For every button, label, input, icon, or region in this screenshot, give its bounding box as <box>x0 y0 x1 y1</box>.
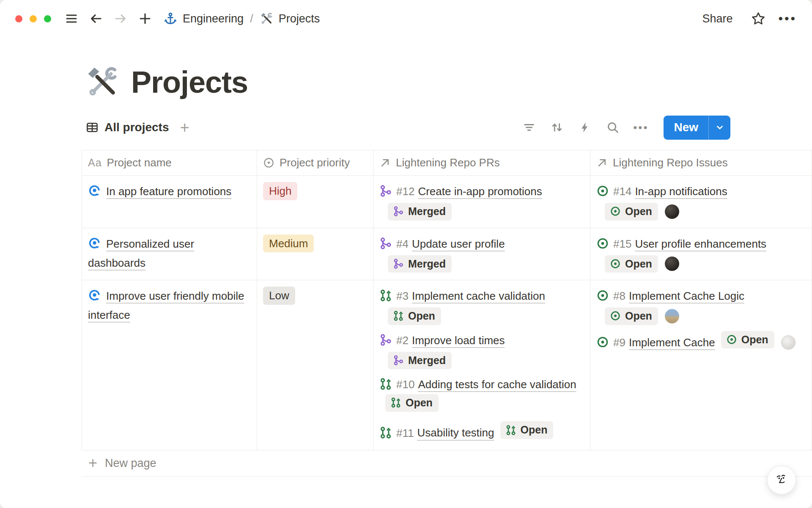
git-merge-icon <box>379 334 392 346</box>
assignee-avatar[interactable] <box>665 309 679 323</box>
issue-entry[interactable]: #14In-app notifications Open <box>596 182 805 221</box>
priority-cell[interactable]: Low <box>257 280 373 450</box>
issue-entry[interactable]: #15User profile enhancements Open <box>596 235 805 273</box>
issue-status-chip: Open <box>605 307 658 325</box>
add-view-button[interactable]: + <box>180 121 189 134</box>
column-header-repo-issues[interactable]: Lightening Repo Issues <box>590 150 812 175</box>
git-pull-request-icon <box>505 425 516 436</box>
view-tab-label: All projects <box>104 121 169 134</box>
pr-title[interactable]: Implement cache validation <box>412 290 545 302</box>
prs-cell[interactable]: #4Update user profile Merged <box>373 228 590 280</box>
pr-title[interactable]: Update user profile <box>412 237 505 250</box>
pr-status-chip: Open <box>385 394 439 412</box>
column-header-project-priority[interactable]: Project priority <box>257 150 373 175</box>
pr-entry[interactable]: #3Implement cache validation Open <box>379 287 583 325</box>
git-merge-icon <box>393 258 404 269</box>
project-title[interactable]: Improve user friendly mobile interface <box>88 290 244 321</box>
issue-open-icon <box>596 185 609 197</box>
pr-title[interactable]: Create in-app promotions <box>418 185 542 198</box>
sidebar-menu-button[interactable] <box>62 9 81 28</box>
prs-cell[interactable]: #12Create in-app promotions Merged <box>373 176 590 228</box>
new-page-row[interactable]: + New page <box>82 450 812 477</box>
breadcrumb-workspace[interactable]: Engineering <box>183 12 244 25</box>
breadcrumb-page[interactable]: Projects <box>279 12 320 25</box>
column-header-project-name[interactable]: Aa Project name <box>82 150 257 175</box>
automations-button[interactable] <box>576 118 594 137</box>
assignee-avatar[interactable] <box>665 257 679 271</box>
pr-title[interactable]: Usability testing <box>417 427 494 439</box>
hammer-wrench-icon <box>260 12 273 25</box>
forward-button[interactable] <box>111 9 130 28</box>
zoom-window-button[interactable] <box>44 15 51 22</box>
pr-number: #12 <box>396 185 414 198</box>
column-header-repo-prs[interactable]: Lightening Repo PRs <box>373 150 590 175</box>
issue-number: #9 <box>613 336 625 349</box>
pr-entry[interactable]: #4Update user profile Merged <box>379 235 583 273</box>
arrow-right-icon <box>114 12 127 25</box>
priority-cell[interactable]: High <box>257 176 373 228</box>
notion-ai-button[interactable] <box>767 466 796 494</box>
sort-button[interactable] <box>548 118 566 137</box>
project-title[interactable]: In app feature promotions <box>106 185 231 198</box>
close-window-button[interactable] <box>15 15 22 22</box>
issue-entry[interactable]: #8Implement Cache Logic Open <box>596 287 805 325</box>
database-toolbar: ••• New <box>520 116 730 140</box>
issues-cell[interactable]: #15User profile enhancements Open <box>590 228 812 280</box>
issue-number: #8 <box>613 290 625 302</box>
table-row: In app feature promotions High #12Create… <box>82 176 812 228</box>
pr-entry[interactable]: #10Adding tests for cache validationOpen <box>379 375 583 415</box>
more-options-button[interactable]: ••• <box>778 11 797 26</box>
issue-entry[interactable]: #9Implement CacheOpen <box>596 331 805 352</box>
new-entry-button[interactable]: New <box>664 116 708 140</box>
notion-window: Engineering / Projects Share ••• <box>0 0 812 508</box>
table-row: Personalized user dashboards Medium #4Up… <box>82 228 812 281</box>
git-merge-icon <box>379 237 392 250</box>
issues-cell[interactable]: #8Implement Cache Logic Open #9Implement… <box>590 280 812 450</box>
issues-cell[interactable]: #14In-app notifications Open <box>590 176 812 228</box>
new-tab-button[interactable] <box>136 9 154 28</box>
prs-cell[interactable]: #3Implement cache validation Open #2Impr… <box>373 280 590 450</box>
page-icon-hammer-wrench[interactable] <box>85 65 119 99</box>
view-options-button[interactable]: ••• <box>631 118 650 137</box>
project-title[interactable]: Personalized user dashboards <box>88 237 194 269</box>
favorite-star-icon[interactable] <box>751 11 765 26</box>
issue-open-icon <box>726 334 737 345</box>
project-name-cell[interactable]: Improve user friendly mobile interface <box>82 280 257 450</box>
minimize-window-button[interactable] <box>30 15 37 22</box>
assignee-avatar[interactable] <box>781 335 796 350</box>
new-entry-dropdown-button[interactable] <box>708 116 730 140</box>
filter-button[interactable] <box>520 118 538 137</box>
pr-status-chip: Merged <box>388 255 452 273</box>
anchor-icon <box>164 12 177 25</box>
search-button[interactable] <box>604 118 622 137</box>
external-link-icon <box>596 157 608 168</box>
priority-cell[interactable]: Medium <box>257 228 373 280</box>
pr-title[interactable]: Adding tests for cache validation <box>418 378 576 391</box>
pr-status-chip: Open <box>388 307 441 325</box>
share-button[interactable]: Share <box>696 10 738 28</box>
search-icon <box>606 121 619 134</box>
external-link-icon <box>379 157 391 168</box>
hamburger-icon <box>65 12 78 25</box>
git-pull-request-icon <box>379 378 392 390</box>
breadcrumb-divider: / <box>249 12 254 25</box>
back-button[interactable] <box>87 9 105 28</box>
table-header-row: Aa Project name Project priority Lighten… <box>82 150 812 176</box>
issue-title[interactable]: Implement Cache <box>629 336 715 349</box>
assignee-avatar[interactable] <box>665 204 679 219</box>
issue-title[interactable]: User profile enhancements <box>635 237 766 250</box>
pr-entry[interactable]: #12Create in-app promotions Merged <box>379 182 583 221</box>
chevron-down-icon <box>715 122 725 133</box>
pr-title[interactable]: Improve load times <box>412 334 505 347</box>
pr-entry[interactable]: #11Usability testingOpen <box>379 421 583 442</box>
pr-entry[interactable]: #2Improve load times Merged <box>379 331 583 370</box>
window-top-bar: Engineering / Projects Share ••• <box>0 0 812 37</box>
project-name-cell[interactable]: Personalized user dashboards <box>82 228 257 280</box>
issue-title[interactable]: In-app notifications <box>635 185 727 198</box>
table-row: Improve user friendly mobile interface L… <box>82 280 812 450</box>
project-name-cell[interactable]: In app feature promotions <box>82 176 257 228</box>
projects-table: Aa Project name Project priority Lighten… <box>82 150 812 450</box>
view-tab-all-projects[interactable]: All projects <box>82 121 173 134</box>
issue-title[interactable]: Implement Cache Logic <box>629 290 744 302</box>
issue-status-chip: Open <box>721 331 774 349</box>
